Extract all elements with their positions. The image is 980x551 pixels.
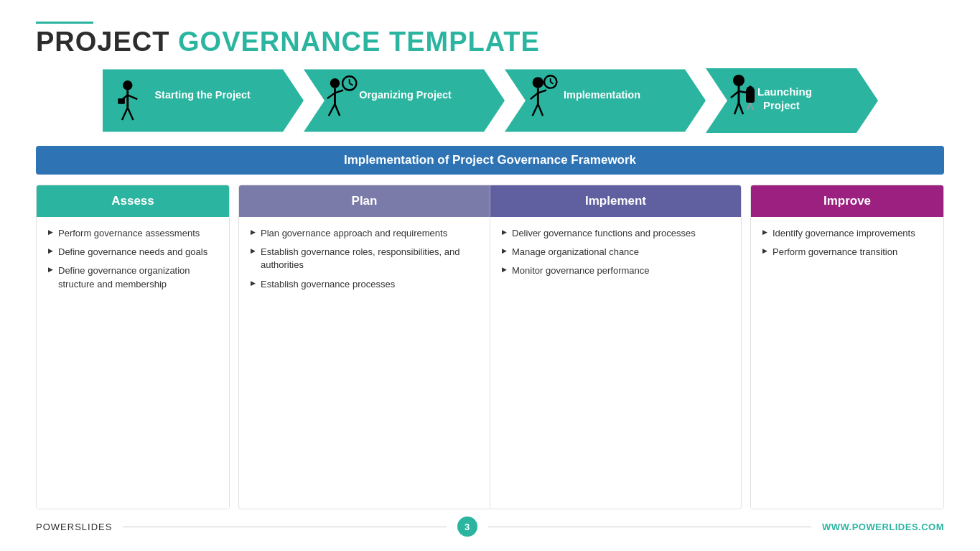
implement-header-label: Implement xyxy=(585,194,646,208)
svg-text:Organizing Project: Organizing Project xyxy=(359,89,452,101)
list-item: Identify governance improvements xyxy=(762,227,932,240)
svg-point-10 xyxy=(330,78,340,88)
title-governance: GOVERNANCE TEMPLATE xyxy=(178,27,540,57)
footer-line-left xyxy=(123,527,446,527)
svg-text:Implementation: Implementation xyxy=(564,89,640,101)
plan-implement-card: Plan Implement Plan governance approach … xyxy=(238,185,742,509)
list-item: Establish governance roles, responsibili… xyxy=(251,246,478,272)
assess-list: Perform governance assessments Define go… xyxy=(48,227,218,291)
list-item: Establish governance processes xyxy=(251,278,478,291)
footer-website: WWW.POWERLIDES.COM xyxy=(822,522,944,532)
improve-card: Improve Identify governance improvements… xyxy=(750,185,944,509)
brand-regular: SLIDES xyxy=(75,522,112,532)
footer: POWERSLIDES 3 WWW.POWERLIDES.COM xyxy=(36,509,944,537)
svg-text:Launching: Launching xyxy=(757,85,812,98)
list-item: Perform governance assessments xyxy=(48,227,218,240)
implement-header: Implement xyxy=(490,185,741,217)
plan-body: Plan governance approach and requirement… xyxy=(239,217,490,509)
improve-body: Identify governance improvements Perform… xyxy=(751,217,943,509)
title-bar: PROJECT GOVERNANCE TEMPLATE xyxy=(36,22,944,55)
list-item: Monitor governance performance xyxy=(502,264,729,277)
arrow-launching: Launching Project xyxy=(706,68,878,133)
assess-body: Perform governance assessments Define go… xyxy=(37,217,229,509)
title-accent-line xyxy=(36,22,93,24)
list-item: Perform governance transition xyxy=(762,246,932,259)
plan-header: Plan xyxy=(239,185,490,217)
svg-point-32 xyxy=(733,75,745,86)
page: PROJECT GOVERNANCE TEMPLATE Star xyxy=(0,0,980,551)
svg-text:Starting the Project: Starting the Project xyxy=(154,89,251,101)
improve-header-label: Improve xyxy=(823,194,871,208)
arrow-organizing: Organizing Project xyxy=(304,68,505,133)
assess-header-label: Assess xyxy=(111,194,154,208)
columns-section: Assess Perform governance assessments De… xyxy=(36,185,944,509)
page-title: PROJECT GOVERNANCE TEMPLATE xyxy=(36,28,944,55)
footer-line-right xyxy=(488,527,811,527)
list-item: Plan governance approach and requirement… xyxy=(251,227,478,240)
svg-text:Project: Project xyxy=(763,99,800,111)
implement-list: Deliver governance functions and process… xyxy=(502,227,729,278)
framework-bar: Implementation of Project Governance Fra… xyxy=(36,146,944,175)
list-item: Manage organizational chance xyxy=(502,246,729,259)
improve-header: Improve xyxy=(751,185,943,217)
arrows-section: Starting the Project xyxy=(36,68,944,133)
svg-point-21 xyxy=(532,77,543,88)
list-item: Deliver governance functions and process… xyxy=(502,227,729,240)
svg-rect-7 xyxy=(118,98,125,104)
brand-bold: POWER xyxy=(36,522,75,532)
plan-list: Plan governance approach and requirement… xyxy=(251,227,478,291)
arrow-implementation: Implementation xyxy=(505,68,706,133)
plan-implement-body: Plan governance approach and requirement… xyxy=(239,217,741,509)
svg-rect-33 xyxy=(746,88,755,103)
footer-page-number: 3 xyxy=(457,517,477,537)
list-item: Define governance needs and goals xyxy=(48,246,218,259)
improve-list: Identify governance improvements Perform… xyxy=(762,227,932,259)
footer-brand: POWERSLIDES xyxy=(36,522,112,532)
svg-point-1 xyxy=(123,80,133,91)
framework-bar-text: Implementation of Project Governance Fra… xyxy=(344,153,636,167)
plan-header-label: Plan xyxy=(352,194,378,208)
assess-header: Assess xyxy=(37,185,229,217)
arrow-starting: Starting the Project xyxy=(103,68,304,133)
plan-implement-headers: Plan Implement xyxy=(239,185,741,217)
list-item: Define governance organization structure… xyxy=(48,264,218,290)
title-project: PROJECT xyxy=(36,27,169,57)
assess-card: Assess Perform governance assessments De… xyxy=(36,185,230,509)
implement-body: Deliver governance functions and process… xyxy=(490,217,741,509)
